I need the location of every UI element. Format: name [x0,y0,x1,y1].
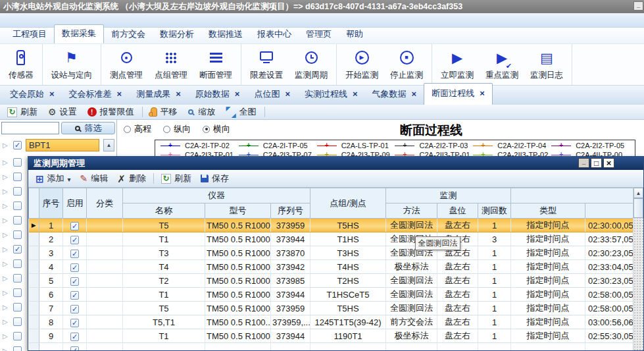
tab-close-icon[interactable] [49,91,55,97]
tree-expander-icon[interactable]: ▷ [3,275,9,282]
tree-checkbox[interactable]: ✓ [13,245,22,254]
tab[interactable]: 测量成果 [129,84,188,105]
dialog-minimize-button[interactable] [578,158,589,168]
sensor-button[interactable]: 传感器 [3,44,39,85]
chart-settings-button[interactable]: ⚙ 设置 [43,105,82,119]
menu-item[interactable]: 工程项目 [5,26,54,43]
add-button[interactable]: ⊞ 添加 [32,171,75,186]
enabled-checkbox[interactable]: ✓ [70,346,79,351]
tree-checkbox[interactable] [13,303,22,311]
alarm-limit-button[interactable]: ! 报警限值 [83,105,139,119]
tab-close-icon[interactable] [235,91,240,97]
tree-expander-icon[interactable]: ▷ [3,333,9,340]
menu-item[interactable]: 数据采集 [54,24,104,43]
tree-checkbox[interactable] [13,202,22,210]
tree-checkbox[interactable] [13,274,22,283]
immediate-monitoring-button[interactable]: ▶ 立即监测 [435,44,480,85]
tab-close-icon[interactable] [176,91,181,97]
column-header-category[interactable]: 分类 [87,188,123,219]
monitoring-period-button[interactable]: 监测周期 [289,44,334,85]
tree-checkbox[interactable] [13,173,22,181]
tree-checkbox[interactable] [13,332,22,340]
table-row[interactable]: 6 ✓ T1 TM50 0.5 R1000 373944 T1HSCeT5 全圆… [29,288,634,302]
save-button[interactable]: 保存 [197,171,233,186]
column-header-model[interactable]: 型号 [205,203,271,219]
chart-refresh-button[interactable]: ↻ 刷新 [3,105,42,119]
chevron-down-icon[interactable] [68,174,71,184]
axis-radio[interactable]: 纵向 [163,123,191,135]
tab[interactable]: 交会标准差 [62,84,130,105]
enabled-checkbox[interactable]: ✓ [70,250,79,258]
dialog-titlebar[interactable]: 监测周期管理 [28,157,643,170]
table-row[interactable]: 8 ✓ T5,T1 TM50 0.5 R100... 373959,... 12… [29,315,634,329]
zoom-button[interactable]: 缩放 [184,105,220,119]
filter-input[interactable] [1,122,59,134]
tree-expander-icon[interactable]: ▷ [3,231,9,238]
column-header-face[interactable]: 盘位 [437,203,478,219]
full-view-button[interactable]: 全图 [222,105,261,119]
key-monitoring-button[interactable]: ▶ 重点监测 [480,44,524,85]
table-row[interactable]: 2 ✓ T1 TM50 0.5 R1000 373944 T1HS 全圆测回法 … [29,232,634,246]
edit-button[interactable]: ✎ 编辑 [76,171,112,186]
tree-expander-icon[interactable]: ▷ [3,289,9,296]
scrollbar-thumb[interactable] [633,198,643,218]
menu-item[interactable]: 数据推送 [201,26,250,43]
tree-checkbox[interactable] [13,187,22,196]
tab-close-icon[interactable] [117,91,122,97]
start-monitoring-button[interactable]: ▶ 开始监测 [339,44,384,85]
tree-expander-icon[interactable]: ▷ [3,318,9,325]
tab[interactable]: 气象数据 [365,84,424,105]
tree-expander-icon[interactable]: ▷ [3,217,9,224]
column-header-point-group[interactable]: 点组/测点 [310,188,386,219]
tree-expander-icon[interactable]: ▷ [3,188,9,195]
tolerance-settings-button[interactable]: 限差设置 [244,44,289,85]
tab[interactable]: 交会原始 [3,84,62,105]
menu-item[interactable]: 管理页 [299,26,339,43]
tree-checkbox[interactable] [13,317,22,326]
tree-checkbox[interactable]: ✓ [13,141,22,149]
enabled-checkbox[interactable]: ✓ [70,277,79,286]
point-management-button[interactable]: 测点管理 [104,44,149,85]
tree-item-label[interactable]: BPT1 [26,139,99,151]
station-orientation-button[interactable]: ⚑ 设站与定向 [45,44,99,85]
scrollbar-up-icon[interactable]: ▲ [633,188,643,198]
table-row[interactable]: 3 ✓ T3 TM50 0.5 R1000 373870 T3HS 全圆测回法 … [29,246,634,260]
dialog-maximize-button[interactable] [591,158,602,168]
pan-button[interactable]: 平移 [146,105,182,119]
tree-checkbox[interactable] [13,346,22,351]
window-minimize-button[interactable]: _ [633,1,643,11]
column-header-time[interactable] [585,203,634,219]
window-titlebar[interactable]: 小湾水电站外观自动化监测系统 （小湾大坝及左右岸边坡外观自动化监测项目）=> d… [0,0,644,13]
monitoring-log-button[interactable]: ▤ 监测日志 [524,44,569,85]
tree-checkbox[interactable] [13,158,22,167]
filter-button[interactable]: 筛选 [61,122,115,134]
tab[interactable]: 断面过程线 [424,83,493,105]
column-header-type[interactable]: 类型 [511,203,585,219]
menu-item[interactable]: 帮助 [339,26,370,43]
tab-close-icon[interactable] [353,91,358,97]
enabled-checkbox[interactable]: ✓ [70,222,79,230]
enabled-checkbox[interactable]: ✓ [70,236,79,244]
column-header-name[interactable]: 名称 [123,203,205,219]
tab[interactable]: 原始数据 [188,84,247,105]
point-group-management-button[interactable]: 点组管理 [149,44,193,85]
scroll-up-button[interactable]: ▲ [103,139,114,151]
column-header-seq[interactable]: 序号 [39,188,63,219]
column-header-rounds[interactable]: 测回数 [478,203,511,219]
tree-checkbox[interactable] [13,259,22,268]
enabled-checkbox[interactable]: ✓ [70,319,79,327]
tree-expander-icon[interactable]: ▷ [3,304,9,311]
tree-checkbox[interactable] [13,288,22,297]
tree-expander-icon[interactable]: ▷ [3,142,9,149]
menu-item[interactable]: 前方交会 [104,26,153,43]
column-header-enabled[interactable]: 启用 [63,188,87,219]
tree-checkbox[interactable] [13,216,22,225]
tree-expander-icon[interactable]: ▷ [3,347,9,351]
axis-radio[interactable]: 横向 [203,123,230,135]
vertical-scrollbar[interactable]: ▲ [633,188,643,350]
dialog-close-button[interactable] [603,158,614,168]
table-row[interactable]: 9 ✓ T1 TM50 0.5 R1000 373944 1190T1 极坐标法… [29,329,634,343]
dialog-refresh-button[interactable]: ↻ 刷新 [157,171,195,186]
column-header-serial[interactable]: 序列号 [271,203,310,219]
tab[interactable]: 实测过程线 [297,84,365,105]
